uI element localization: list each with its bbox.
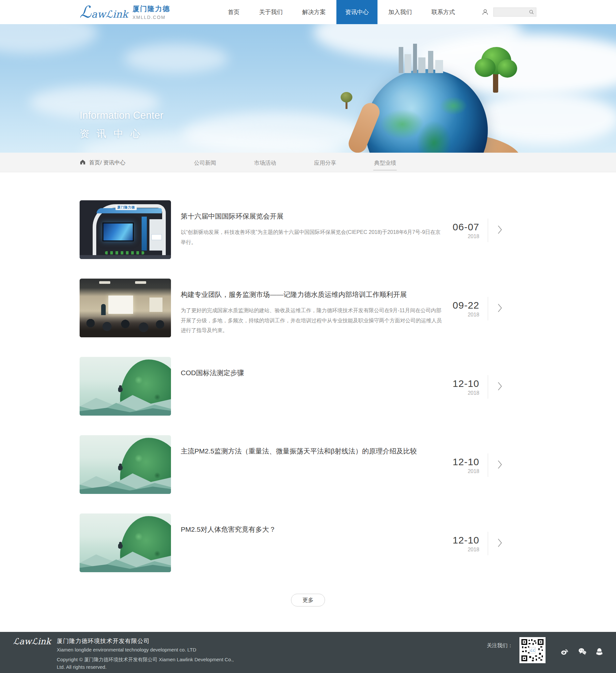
news-date-monthday: 12-10 <box>452 535 479 546</box>
nav-item-solutions[interactable]: 解决方案 <box>293 0 335 24</box>
social-icons <box>561 648 603 655</box>
nav-item-about[interactable]: 关于我们 <box>250 0 291 24</box>
tab-typical-performance[interactable]: 典型业绩 <box>373 155 397 170</box>
tab-market-activities[interactable]: 市场活动 <box>253 155 277 170</box>
news-body: 主流PM2.5监测方法（重量法、微量振荡天平法和β射线法）的原理介绍及比较 <box>171 435 452 456</box>
news-title[interactable]: 第十六届中国国际环保展览会开展 <box>181 211 443 221</box>
news-date-monthday: 09-22 <box>452 300 479 311</box>
news-title[interactable]: COD国标法测定步骤 <box>181 368 443 378</box>
tab-company-news[interactable]: 公司新闻 <box>193 155 217 170</box>
small-tree-illustration <box>340 92 353 109</box>
main-menu: 首页 关于我们 解决方案 资讯中心 加入我们 联系方式 <box>219 0 464 24</box>
lawlink-logo[interactable]: ℒawℒink 厦门隆力德 XMLLD.COM <box>79 4 170 20</box>
news-body: 第十六届中国国际环保展览会开展 以“创新驱动发展，科技改善环境”为主题的第十六届… <box>171 200 452 247</box>
breadcrumb-path: 首页/ 资讯中心 <box>89 159 125 166</box>
news-title[interactable]: 构建专业团队，服务监测市场——记隆力德水质运维内部培训工作顺利开展 <box>181 290 443 299</box>
news-date: 12-10 2018 <box>452 535 479 552</box>
news-body: PM2.5对人体危害究竟有多大？ <box>171 513 452 534</box>
news-date-monthday: 06-07 <box>452 222 479 233</box>
cloud-shape <box>470 93 616 145</box>
news-date-monthday: 12-10 <box>452 378 479 389</box>
news-meta: 09-22 2018 <box>452 297 502 320</box>
footer-follow-block: 关注我们： <box>487 637 603 663</box>
weibo-icon[interactable] <box>561 648 569 655</box>
city-skyline-illustration <box>399 43 448 73</box>
news-date: 12-10 2018 <box>452 456 479 474</box>
divider <box>488 297 488 320</box>
lawlink-logo-script: ℒawℒink <box>79 4 128 20</box>
news-item[interactable]: 构建专业团队，服务监测市场——记隆力德水质运维内部培训工作顺利开展 为了更好的完… <box>79 279 537 337</box>
breadcrumb[interactable]: 首页/ 资讯中心 <box>79 159 125 166</box>
hero-text-block: Information Center 资讯中心 <box>79 109 164 141</box>
news-description: 以“创新驱动发展，科技改善环境”为主题的第十六届中国国际环保展览会(CIEPEC… <box>181 227 443 247</box>
news-thumbnail-expo-booth[interactable]: 厦门隆力德 <box>79 200 171 259</box>
search-input[interactable] <box>494 8 529 16</box>
news-thumbnail-green-head[interactable] <box>79 357 171 416</box>
footer-company-info: 厦门隆力德环境技术开发有限公司 Xiamen longlide environm… <box>57 637 239 671</box>
footer: ℒawℒink 厦门隆力德环境技术开发有限公司 Xiamen longlide … <box>0 632 616 673</box>
news-thumbnail-training-room[interactable] <box>79 279 171 337</box>
news-meta: 06-07 2018 <box>452 219 502 242</box>
tab-application-sharing[interactable]: 应用分享 <box>313 155 337 170</box>
news-date: 06-07 2018 <box>452 222 479 239</box>
footer-company-name-en: Xiamen longlide environmental technology… <box>57 647 239 652</box>
news-date-year: 2018 <box>467 390 479 396</box>
news-thumbnail-green-head[interactable] <box>79 435 171 494</box>
news-thumbnail-green-head[interactable] <box>79 513 171 572</box>
logo-domain: XMLLD.COM <box>133 15 170 20</box>
hero-title-chinese: 资讯中心 <box>79 127 164 141</box>
logo-text-block: 厦门隆力德 XMLLD.COM <box>133 4 170 20</box>
chevron-right-icon[interactable] <box>497 538 502 549</box>
news-date-year: 2018 <box>467 547 479 552</box>
wechat-qr-code: ℒℒ <box>520 637 546 663</box>
breadcrumb-bar: 首页/ 资讯中心 公司新闻 市场活动 应用分享 典型业绩 <box>0 153 616 172</box>
divider <box>488 532 488 555</box>
news-date-year: 2018 <box>467 312 479 318</box>
user-icon[interactable] <box>481 8 489 16</box>
news-item[interactable]: 厦门隆力德 第十六届中国国际环保展览会开展 以“创新驱动发展，科技改善环境”为主… <box>79 200 537 259</box>
chevron-right-icon[interactable] <box>497 381 502 393</box>
footer-company-name-zh: 厦门隆力德环境技术开发有限公司 <box>57 637 239 645</box>
hero-title-english: Information Center <box>79 109 164 122</box>
divider <box>488 453 488 477</box>
news-date: 09-22 2018 <box>452 300 479 318</box>
load-more-button[interactable]: 更多 <box>291 594 325 607</box>
news-item[interactable]: PM2.5对人体危害究竟有多大？ 12-10 2018 <box>79 513 537 572</box>
news-meta: 12-10 2018 <box>452 453 502 477</box>
news-date-monthday: 12-10 <box>452 456 479 467</box>
qq-icon[interactable] <box>596 648 603 655</box>
divider <box>488 375 488 399</box>
footer-copyright: Copyright © 厦门隆力德环境技术开发有限公司 Xiamen Lawli… <box>57 656 239 671</box>
news-description: 为了更好的完成国家水质监测站的建站、验收及运维工作，隆力德环境技术开发有限公司在… <box>181 306 443 335</box>
cloud-shape <box>124 44 228 73</box>
news-item[interactable]: COD国标法测定步骤 12-10 2018 <box>79 357 537 416</box>
category-tabs: 公司新闻 市场活动 应用分享 典型业绩 <box>193 155 397 170</box>
nav-item-join-us[interactable]: 加入我们 <box>380 0 421 24</box>
tree-illustration <box>475 44 517 93</box>
news-title[interactable]: PM2.5对人体危害究竟有多大？ <box>181 524 443 534</box>
nav-right-tools <box>481 7 537 17</box>
home-icon <box>79 159 86 166</box>
news-list: 厦门隆力德 第十六届中国国际环保展览会开展 以“创新驱动发展，科技改善环境”为主… <box>79 172 537 607</box>
wechat-icon[interactable] <box>578 648 587 655</box>
chevron-right-icon[interactable] <box>497 225 502 236</box>
nav-item-information-center[interactable]: 资讯中心 <box>337 0 378 24</box>
hero-banner: Information Center 资讯中心 <box>0 24 616 153</box>
news-item[interactable]: 主流PM2.5监测方法（重量法、微量振荡天平法和β射线法）的原理介绍及比较 12… <box>79 435 537 494</box>
news-title[interactable]: 主流PM2.5监测方法（重量法、微量振荡天平法和β射线法）的原理介绍及比较 <box>181 446 443 456</box>
chevron-right-icon[interactable] <box>497 460 502 471</box>
news-date-year: 2018 <box>467 468 479 474</box>
footer-logo-script: ℒawℒink <box>13 637 51 646</box>
search-icon[interactable] <box>529 9 536 15</box>
news-meta: 12-10 2018 <box>452 532 502 555</box>
nav-item-contact[interactable]: 联系方式 <box>423 0 464 24</box>
chevron-right-icon[interactable] <box>497 303 502 314</box>
cloud-shape <box>0 24 98 53</box>
logo-company-name: 厦门隆力德 <box>133 4 170 13</box>
nav-item-home[interactable]: 首页 <box>219 0 248 24</box>
news-body: 构建专业团队，服务监测市场——记隆力德水质运维内部培训工作顺利开展 为了更好的完… <box>171 279 452 336</box>
follow-us-label: 关注我们： <box>487 642 513 649</box>
top-nav: ℒawℒink 厦门隆力德 XMLLD.COM 首页 关于我们 解决方案 资讯中… <box>0 0 616 24</box>
more-section: 更多 <box>79 594 537 607</box>
news-meta: 12-10 2018 <box>452 375 502 399</box>
